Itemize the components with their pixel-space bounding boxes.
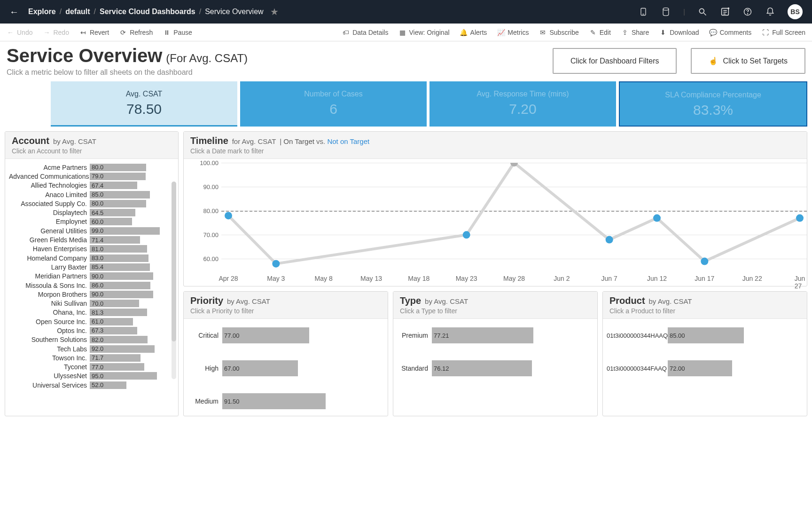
device-icon[interactable]	[638, 7, 648, 17]
timeline-point[interactable]	[701, 258, 708, 265]
account-row[interactable]: Tyconet77.0	[9, 363, 170, 372]
bar: 91.50	[222, 393, 326, 409]
x-axis-label: May 3	[267, 275, 285, 282]
timeline-point[interactable]	[225, 212, 232, 219]
account-list[interactable]: Acme Partners80.0Advanced Communications…	[9, 163, 174, 392]
account-row[interactable]: Missoula & Sons Inc.86.0	[9, 281, 170, 290]
account-row[interactable]: Meridian Partners90.0	[9, 272, 170, 281]
account-row[interactable]: Tech Labs92.0	[9, 344, 170, 353]
tile-avg-csat[interactable]: Avg. CSAT 78.50	[51, 81, 237, 127]
account-row[interactable]: Acme Partners80.0	[9, 163, 170, 172]
redo-button[interactable]: →Redo	[43, 29, 69, 36]
account-row[interactable]: Larry Baxter85.4	[9, 262, 170, 271]
x-axis-label: Jun 27	[795, 275, 805, 290]
account-row[interactable]: Allied Technologies67.4	[9, 181, 170, 190]
metrics-button[interactable]: 📈Metrics	[497, 29, 529, 36]
account-row[interactable]: Niki Sullivan70.0	[9, 299, 170, 308]
account-name: Associated Supply Co.	[9, 200, 90, 207]
alerts-button[interactable]: 🔔Alerts	[460, 29, 487, 36]
account-row[interactable]: UlyssesNet95.0	[9, 372, 170, 381]
data-details-button[interactable]: 🏷Data Details	[342, 29, 388, 36]
timeline-point[interactable]	[606, 236, 613, 244]
bar-row[interactable]: Premium77.21	[397, 327, 593, 343]
account-row[interactable]: Morpon Brothers90.0	[9, 290, 170, 299]
tile-response-time[interactable]: Avg. Response Time (mins) 7.20	[429, 81, 616, 127]
account-row[interactable]: Optos Inc.67.3	[9, 326, 170, 335]
tile-sla[interactable]: SLA Compliance Percentage 83.3%	[619, 81, 807, 127]
tile-cases[interactable]: Number of Cases 6	[240, 81, 427, 127]
bar-row[interactable]: 01t3i000000344HAAQ85.00	[607, 327, 803, 343]
revert-button[interactable]: ↤Revert	[79, 29, 109, 36]
type-panel: Type by Avg. CSAT Click a Type to filter…	[393, 291, 598, 416]
account-row[interactable]: Southern Solutions82.0	[9, 335, 170, 344]
account-row[interactable]: Anaco Limited85.0	[9, 190, 170, 199]
priority-title: Priority	[190, 295, 223, 306]
timeline-chart[interactable]: 60.0070.0080.0090.00100.00 Apr 28May 3Ma…	[184, 159, 807, 286]
x-axis-label: May 18	[408, 275, 429, 282]
edit-button[interactable]: ✎Edit	[589, 29, 611, 36]
bar: 72.00	[668, 360, 732, 376]
refresh-button[interactable]: ⟳Refresh	[119, 29, 153, 36]
favorite-star-icon[interactable]: ★	[270, 6, 279, 17]
bar-row[interactable]: Critical77.00	[187, 327, 384, 343]
bar-value: 77.21	[434, 332, 449, 339]
account-name: Homeland Company	[9, 254, 90, 262]
bar-value: 77.00	[224, 332, 240, 339]
scrollbar[interactable]	[172, 182, 176, 379]
bar-row[interactable]: Medium91.50	[187, 393, 384, 409]
comments-button[interactable]: 💬Comments	[710, 29, 752, 36]
undo-button[interactable]: ←Undo	[7, 29, 32, 36]
bell-icon[interactable]	[765, 7, 775, 17]
account-row[interactable]: Displaytech64.5	[9, 208, 170, 217]
timeline-point[interactable]	[272, 260, 280, 268]
account-row[interactable]: Green Fields Media71.4	[9, 235, 170, 244]
account-value: 71.7	[92, 354, 103, 361]
type-chart[interactable]: Premium77.21Standard76.12	[393, 319, 597, 383]
priority-chart[interactable]: Critical77.00High67.00Medium91.50	[184, 319, 388, 416]
y-axis-label: 80.00	[196, 207, 219, 214]
dashboard-filters-button[interactable]: Click for Dashboard Filters	[553, 48, 677, 74]
account-row[interactable]: General Utilities99.0	[9, 226, 170, 235]
account-row[interactable]: Employnet60.0	[9, 217, 170, 226]
back-arrow-icon[interactable]: ←	[9, 7, 19, 17]
bar-row[interactable]: 01t3i000000344FAAQ72.00	[607, 360, 803, 376]
timeline-point[interactable]	[653, 214, 661, 222]
breadcrumb: ← Explore / default / Service Cloud Dash…	[9, 6, 279, 17]
database-icon[interactable]	[661, 7, 671, 17]
scrollbar-thumb[interactable]	[172, 182, 176, 341]
account-row[interactable]: Haven Enterprises81.0	[9, 245, 170, 254]
crumb-explore[interactable]: Explore	[28, 8, 56, 16]
bar-row[interactable]: High67.00	[187, 360, 384, 376]
account-row[interactable]: Associated Supply Co.80.0	[9, 199, 170, 208]
account-row[interactable]: Homeland Company83.0	[9, 254, 170, 262]
account-name: Optos Inc.	[9, 327, 90, 334]
account-row[interactable]: Ohana, Inc.81.3	[9, 308, 170, 317]
subscribe-button[interactable]: ✉Subscribe	[539, 29, 578, 36]
timeline-point[interactable]	[796, 214, 804, 222]
share-button[interactable]: ⇪Share	[621, 29, 649, 36]
account-row[interactable]: Towson Inc.71.7	[9, 353, 170, 362]
account-value: 80.0	[92, 200, 103, 207]
account-row[interactable]: Universal Services52.0	[9, 381, 170, 389]
account-value: 81.0	[92, 246, 103, 253]
avatar[interactable]: BS	[788, 4, 803, 19]
fullscreen-button[interactable]: ⛶Full Screen	[762, 29, 805, 36]
pause-button[interactable]: ⏸Pause	[163, 29, 192, 36]
help-icon[interactable]	[742, 7, 753, 17]
account-row[interactable]: Open Source Inc.61.0	[9, 317, 170, 326]
timeline-point[interactable]	[463, 231, 470, 238]
search-icon[interactable]	[697, 7, 708, 17]
set-targets-button[interactable]: ☝Click to Set Targets	[691, 48, 805, 74]
account-value: 83.0	[92, 254, 103, 262]
download-button[interactable]: ⬇Download	[659, 29, 699, 36]
crumb-dashboards[interactable]: Service Cloud Dashboards	[100, 8, 195, 16]
page-title-sub: (For Avg. CSAT)	[166, 52, 248, 64]
crumb-default[interactable]: default	[65, 8, 90, 16]
list-icon[interactable]	[720, 7, 730, 17]
account-row[interactable]: Advanced Communications79.0	[9, 172, 170, 181]
tile-value: 78.50	[51, 101, 237, 117]
account-name: Larry Baxter	[9, 263, 90, 271]
bar-row[interactable]: Standard76.12	[397, 360, 593, 376]
view-button[interactable]: ▦View: Original	[398, 29, 449, 36]
product-chart[interactable]: 01t3i000000344HAAQ85.0001t3i000000344FAA…	[603, 319, 807, 383]
